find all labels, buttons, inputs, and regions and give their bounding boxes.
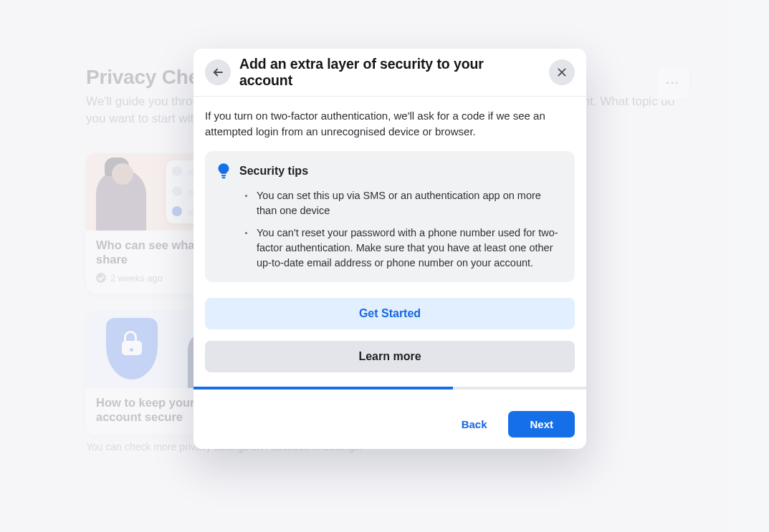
arrow-left-icon — [211, 66, 224, 79]
progress-fill — [194, 387, 453, 390]
lightbulb-icon — [216, 163, 231, 180]
tips-list: You can set this up via SMS or an authen… — [242, 188, 563, 271]
close-icon — [556, 67, 568, 78]
modal-body: If you turn on two-factor authentication… — [194, 97, 586, 401]
modal-description: If you turn on two-factor authentication… — [205, 108, 575, 140]
security-tips-panel: Security tips You can set this up via SM… — [205, 151, 575, 282]
svg-rect-4 — [222, 177, 226, 178]
next-button[interactable]: Next — [508, 411, 575, 437]
modal-footer: Back Next — [194, 401, 586, 449]
tip-item: You can set this up via SMS or an authen… — [242, 188, 563, 218]
svg-rect-3 — [221, 175, 226, 176]
close-button[interactable] — [549, 59, 575, 85]
learn-more-button[interactable]: Learn more — [205, 341, 575, 372]
back-icon-button[interactable] — [205, 59, 231, 85]
modal-header: Add an extra layer of security to your a… — [194, 49, 586, 97]
get-started-button[interactable]: Get Started — [205, 298, 575, 329]
two-factor-modal: Add an extra layer of security to your a… — [194, 49, 586, 449]
modal-title: Add an extra layer of security to your a… — [239, 56, 540, 89]
progress-bar — [194, 387, 586, 390]
back-button[interactable]: Back — [454, 412, 495, 436]
tips-title: Security tips — [239, 165, 308, 178]
tip-item: You can't reset your password with a pho… — [242, 226, 563, 271]
